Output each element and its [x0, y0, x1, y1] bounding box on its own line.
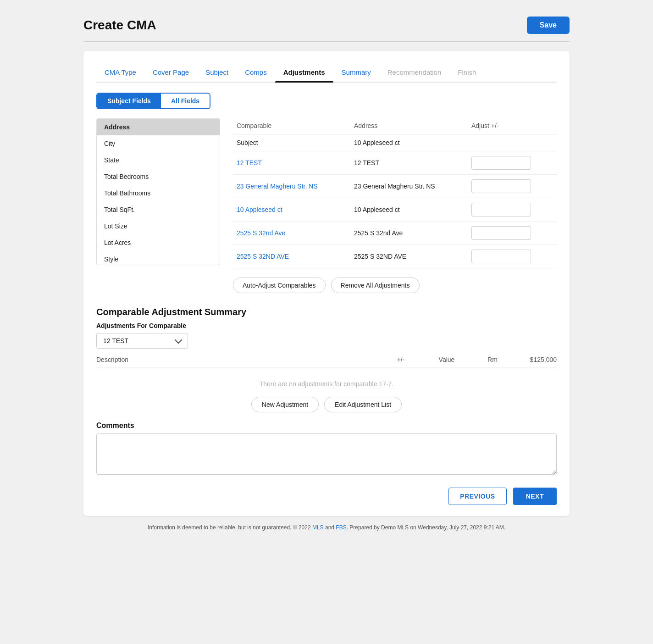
no-adjustments-message: There are no adjustments for comparable … [96, 367, 557, 397]
comparable-adjustment-summary: Comparable Adjustment Summary Adjustment… [96, 307, 557, 477]
subject-fields-toggle[interactable]: Subject Fields [97, 94, 161, 108]
tab-cover-page[interactable]: Cover Page [144, 64, 197, 82]
adj-col-price: $125,000 [511, 356, 557, 363]
table-row: 12 TEST 12 TEST [233, 151, 557, 175]
page-title: Create CMA [83, 18, 156, 33]
adjust-input-12test[interactable] [471, 156, 531, 170]
field-item-bathrooms[interactable]: Total Bathrooms [97, 185, 220, 201]
adj-col-rm: Rm [474, 356, 511, 363]
comp-2525S32CAP-link[interactable]: 2525 S 32ND AVE [233, 245, 350, 268]
field-item-city[interactable]: City [97, 135, 220, 152]
footer: Information is deemed to be reliable, bu… [83, 524, 570, 535]
table-row: 2525 S 32ND AVE 2525 S 32ND AVE [233, 245, 557, 268]
content-row: Address City State Total Bedrooms Total … [96, 118, 557, 268]
field-toggle: Subject Fields All Fields [96, 93, 210, 109]
chevron-down-icon [175, 336, 183, 344]
footer-mls-link[interactable]: MLS [312, 524, 324, 531]
adj-col-pm: +/- [382, 356, 419, 363]
all-fields-toggle[interactable]: All Fields [161, 94, 210, 108]
table-row: 2525 S 32nd Ave 2525 S 32nd Ave [233, 222, 557, 245]
comp-subject-label: Subject [233, 134, 350, 151]
summary-section-title: Comparable Adjustment Summary [96, 307, 557, 317]
field-item-bedrooms[interactable]: Total Bedrooms [97, 168, 220, 185]
auto-adjust-button[interactable]: Auto-Adjust Comparables [233, 278, 326, 293]
top-divider [83, 41, 570, 42]
comp-2525S32CAP-adjust[interactable] [468, 245, 557, 268]
adjustment-action-buttons: New Adjustment Edit Adjustment List [96, 397, 557, 412]
comp-12test-link[interactable]: 12 TEST [233, 151, 350, 175]
table-row: 23 General Magheru Str. NS 23 General Ma… [233, 175, 557, 198]
col-address: Address [350, 118, 468, 134]
adjust-input-23gen[interactable] [471, 179, 531, 193]
comparable-selected-value: 12 TEST [103, 337, 128, 344]
fields-panel: Address City State Total Bedrooms Total … [96, 118, 220, 265]
adjust-input-2525s32cap[interactable] [471, 250, 531, 263]
main-card: CMA Type Cover Page Subject Comps Adjust… [83, 51, 570, 516]
comp-2525s32-adjust[interactable] [468, 222, 557, 245]
previous-button[interactable]: PREVIOUS [448, 488, 506, 505]
col-adjust: Adjust +/- [468, 118, 557, 134]
comp-23gen-address: 23 General Magheru Str. NS [350, 175, 468, 198]
bottom-nav: PREVIOUS NEXT [96, 488, 557, 505]
comp-10apple-link[interactable]: 10 Appleseed ct [233, 198, 350, 222]
tab-bar: CMA Type Cover Page Subject Comps Adjust… [96, 64, 557, 83]
comments-label: Comments [96, 422, 557, 430]
remove-all-button[interactable]: Remove All Adjustments [331, 278, 420, 293]
field-item-address[interactable]: Address [97, 119, 220, 135]
comps-table: Comparable Address Adjust +/- Subject 10… [233, 118, 557, 268]
comp-23gen-adjust[interactable] [468, 175, 557, 198]
comparable-dropdown[interactable]: 12 TEST [96, 333, 188, 349]
comps-table-wrap: Comparable Address Adjust +/- Subject 10… [220, 118, 557, 268]
adj-col-description: Description [96, 356, 382, 363]
footer-text-after: . Prepared by Demo MLS on Wednesday, Jul… [347, 524, 505, 531]
adj-table-header: Description +/- Value Rm $125,000 [96, 356, 557, 367]
col-comparable: Comparable [233, 118, 350, 134]
comp-10apple-address: 10 Appleseed ct [350, 198, 468, 222]
new-adjustment-button[interactable]: New Adjustment [251, 397, 319, 412]
adjust-input-10apple[interactable] [471, 203, 531, 217]
comp-2525s32-address: 2525 S 32nd Ave [350, 222, 468, 245]
comp-2525S32CAP-address: 2525 S 32ND AVE [350, 245, 468, 268]
field-item-style[interactable]: Style [97, 251, 220, 265]
comments-textarea[interactable] [96, 433, 557, 475]
field-item-lotacres[interactable]: Lot Acres [97, 234, 220, 251]
comp-2525s32-link[interactable]: 2525 S 32nd Ave [233, 222, 350, 245]
table-row: 10 Appleseed ct 10 Appleseed ct [233, 198, 557, 222]
field-item-sqft[interactable]: Total SqFt. [97, 201, 220, 218]
comp-12test-address: 12 TEST [350, 151, 468, 175]
comp-subject-address: 10 Appleseed ct [350, 134, 468, 151]
comp-10apple-adjust[interactable] [468, 198, 557, 222]
save-button[interactable]: Save [527, 17, 570, 34]
tab-finish: Finish [449, 64, 484, 82]
field-item-state[interactable]: State [97, 152, 220, 168]
field-item-lotsize[interactable]: Lot Size [97, 218, 220, 234]
comp-subject-adjust [468, 134, 557, 151]
tab-cma-type[interactable]: CMA Type [96, 64, 144, 82]
tab-subject[interactable]: Subject [197, 64, 237, 82]
tab-adjustments[interactable]: Adjustments [275, 64, 333, 82]
tab-summary[interactable]: Summary [333, 64, 379, 82]
tab-comps[interactable]: Comps [237, 64, 275, 82]
comp-12test-adjust[interactable] [468, 151, 557, 175]
adjust-input-2525s32[interactable] [471, 226, 531, 240]
tab-recommendation: Recommendation [379, 64, 450, 82]
adj-col-value: Value [419, 356, 474, 363]
table-row: Subject 10 Appleseed ct [233, 134, 557, 151]
footer-text-before: Information is deemed to be reliable, bu… [148, 524, 312, 531]
adjustments-for-label: Adjustments For Comparable [96, 322, 557, 329]
comp-23gen-link[interactable]: 23 General Magheru Str. NS [233, 175, 350, 198]
action-buttons-row: Auto-Adjust Comparables Remove All Adjus… [96, 278, 557, 293]
edit-adjustment-list-button[interactable]: Edit Adjustment List [324, 397, 402, 412]
footer-fbs-link[interactable]: FBS [336, 524, 346, 531]
next-button[interactable]: NEXT [513, 488, 557, 505]
footer-text-and: and [324, 524, 336, 531]
